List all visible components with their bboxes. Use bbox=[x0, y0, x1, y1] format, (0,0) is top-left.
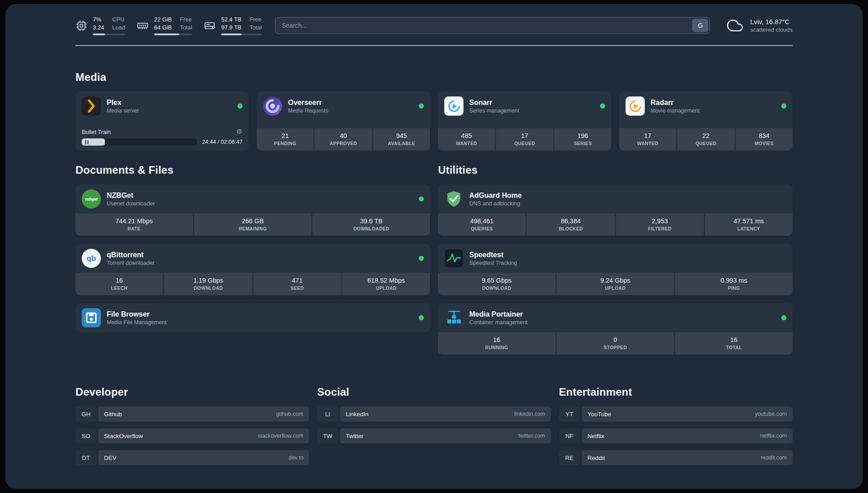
bookmark-name: Netflix bbox=[588, 433, 605, 439]
stat-label: UPLOAD bbox=[559, 285, 672, 291]
stat-value: 0.993 ms bbox=[677, 277, 791, 284]
stat-label: MOVIES bbox=[738, 141, 791, 146]
service-card-radarr[interactable]: Radarr Movie management 17 WANTED 22 QUE… bbox=[619, 92, 793, 150]
service-name: NZBGet bbox=[107, 192, 155, 200]
stat-label: WANTED bbox=[621, 141, 674, 146]
status-dot bbox=[419, 196, 424, 201]
bookmark-group-social: Social LI LinkedIn linkedin.com TW Twitt… bbox=[317, 386, 551, 443]
filebrowser-icon bbox=[82, 308, 101, 327]
stat-value: 16 bbox=[440, 336, 554, 343]
service-card-sonarr[interactable]: Sonarr Series management 485 WANTED 17 Q… bbox=[438, 92, 611, 150]
service-card-overseerr[interactable]: Overseerr Media Requests 21 PENDING 40 A… bbox=[257, 92, 430, 150]
stat-value: 86,384 bbox=[529, 217, 613, 225]
pause-icon[interactable] bbox=[85, 140, 88, 144]
plex-icon bbox=[82, 96, 101, 116]
stat-label: QUEUED bbox=[679, 141, 732, 146]
stat-tile: 47.571 ms LATENCY bbox=[705, 213, 793, 236]
stat-label: REMAINING bbox=[196, 226, 310, 231]
status-dot bbox=[419, 256, 424, 261]
bookmark-name: Twitter bbox=[346, 433, 363, 439]
stat-value: 1.19 Gbps bbox=[166, 277, 250, 284]
sonarr-icon bbox=[444, 96, 463, 116]
search-provider-button[interactable]: G bbox=[692, 19, 708, 32]
bookmark-dev[interactable]: DT DEV dev.to bbox=[75, 450, 309, 465]
service-card-portainer[interactable]: Media Portainer Container management 16 … bbox=[438, 303, 793, 355]
bookmark-linkedin[interactable]: LI LinkedIn linkedin.com bbox=[317, 406, 551, 422]
bookmark-abbr: NF bbox=[559, 428, 580, 443]
bookmark-github[interactable]: GH Github github.com bbox=[75, 406, 309, 422]
service-card-filebrowser[interactable]: File Browser Media File Management bbox=[75, 303, 430, 332]
adguard-icon bbox=[444, 189, 463, 209]
service-subtitle: Media server bbox=[107, 108, 139, 114]
service-subtitle: Media File Management bbox=[107, 319, 167, 326]
utilities-section-title: Utilities bbox=[438, 164, 793, 176]
stat-label: DOWNLOAD bbox=[440, 285, 554, 291]
stat-label: TOTAL bbox=[677, 345, 791, 350]
memory-total-label: Total bbox=[180, 24, 192, 32]
stat-tile: 196 SERIES bbox=[555, 128, 611, 150]
stat-value: 744.21 Mbps bbox=[77, 217, 191, 225]
stat-tile: 1.19 Gbps DOWNLOAD bbox=[164, 273, 252, 295]
bookmark-abbr: SO bbox=[75, 428, 96, 443]
service-card-qbittorrent[interactable]: qb qBittorrent Torrent downloader 16 LEE… bbox=[75, 244, 430, 295]
bookmark-abbr: RE bbox=[559, 450, 580, 465]
service-name: File Browser bbox=[107, 310, 167, 318]
service-name: Radarr bbox=[651, 99, 700, 107]
weather-location: Lviv, 16.87°C bbox=[750, 18, 793, 25]
bookmark-abbr: YT bbox=[559, 406, 580, 422]
stat-label: LEECH bbox=[77, 285, 161, 291]
service-card-adguard[interactable]: AdGuard Home DNS and adblocking 498,461 … bbox=[438, 184, 793, 236]
bookmark-name: DEV bbox=[104, 455, 117, 461]
service-subtitle: DNS and adblocking bbox=[469, 201, 522, 207]
bookmark-name: LinkedIn bbox=[346, 411, 368, 418]
status-dot bbox=[238, 104, 242, 109]
bookmark-reddit[interactable]: RE Reddit reddit.com bbox=[559, 450, 793, 465]
bookmark-netflix[interactable]: NF Netflix netflix.com bbox=[559, 428, 793, 443]
service-name: Sonarr bbox=[469, 99, 519, 107]
stat-label: FILTERED bbox=[618, 226, 702, 231]
stat-tile: 0 STOPPED bbox=[557, 332, 674, 355]
stat-tile: 471 SEED bbox=[254, 273, 341, 295]
stat-value: 9.65 Gbps bbox=[440, 277, 554, 284]
status-dot bbox=[419, 104, 424, 109]
service-subtitle: Series management bbox=[469, 108, 519, 114]
bookmark-domain: reddit.com bbox=[761, 455, 787, 461]
bookmark-abbr: GH bbox=[75, 406, 96, 422]
disk-free-label: Free bbox=[250, 16, 262, 24]
cpu-chip-icon bbox=[75, 20, 88, 32]
memory-total-value: 64 GiB bbox=[154, 24, 172, 32]
bookmark-domain: linkedin.com bbox=[514, 411, 545, 417]
service-card-speedtest[interactable]: Speedtest Speedtest Tracking 9.65 Gbps D… bbox=[438, 244, 793, 295]
service-name: Overseerr bbox=[288, 99, 328, 107]
cpu-progress-bar bbox=[93, 33, 125, 35]
stat-tile: 266 GB REMAINING bbox=[194, 213, 312, 236]
documents-section: Documents & Files nzbget NZBGet Usenet d… bbox=[75, 164, 430, 332]
media-section-title: Media bbox=[75, 71, 793, 84]
stat-label: DOWNLOAD bbox=[166, 285, 250, 291]
qbittorrent-icon: qb bbox=[82, 249, 101, 268]
stat-tile: 834 MOVIES bbox=[736, 128, 793, 150]
speedtest-icon bbox=[444, 249, 463, 268]
service-subtitle: Container management bbox=[469, 319, 528, 326]
stat-label: STOPPED bbox=[559, 345, 672, 350]
bookmark-stackoverflow[interactable]: SO StackOverflow stackoverflow.com bbox=[75, 428, 309, 443]
stat-value: 47.571 ms bbox=[707, 217, 791, 225]
gear-icon[interactable]: ⚙ bbox=[237, 129, 242, 135]
service-card-nzbget[interactable]: nzbget NZBGet Usenet downloader 744.21 M… bbox=[75, 184, 430, 236]
status-dot bbox=[600, 104, 605, 109]
memory-free-value: 22 GiB bbox=[154, 16, 172, 24]
stat-tile: 9.24 Gbps UPLOAD bbox=[557, 273, 674, 295]
service-card-plex[interactable]: Plex Media server Bullet Train ⚙ bbox=[75, 92, 249, 150]
service-subtitle: Speedtest Tracking bbox=[469, 260, 517, 266]
resource-widgets: 7% 3.24 CPU Load bbox=[75, 16, 262, 35]
playback-progress-bar[interactable] bbox=[82, 138, 197, 146]
search-input[interactable] bbox=[275, 17, 710, 34]
stat-tile: 17 WANTED bbox=[619, 128, 676, 150]
stat-tile: 16 LEECH bbox=[75, 273, 163, 295]
bookmark-domain: dev.to bbox=[288, 455, 303, 461]
service-name: AdGuard Home bbox=[469, 192, 522, 200]
status-dot bbox=[781, 315, 786, 320]
bookmark-twitter[interactable]: TW Twitter twitter.com bbox=[317, 428, 551, 443]
bookmark-youtube[interactable]: YT YouTube youtube.com bbox=[559, 406, 793, 422]
bookmark-group-entertainment: Entertainment YT YouTube youtube.com NF … bbox=[559, 386, 793, 465]
